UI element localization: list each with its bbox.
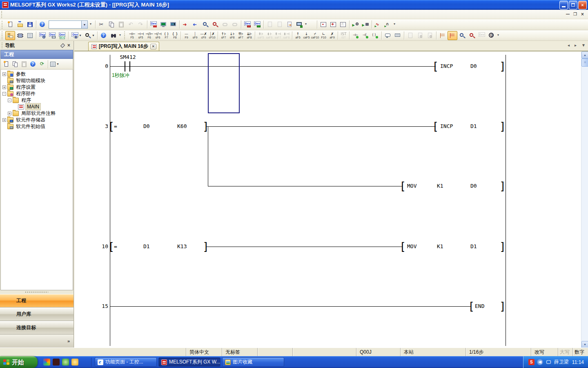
combo-field[interactable]: [49, 21, 81, 28]
menu-item[interactable]: [24, 10, 31, 18]
vertical-scrollbar[interactable]: ▲ ▼: [581, 52, 588, 348]
zoom-find-red-button[interactable]: [467, 31, 477, 40]
instruction-name[interactable]: INCP: [440, 123, 453, 130]
lad-pulse-dn-button[interactable]: ↓⊦sF8: [228, 31, 236, 40]
new-button[interactable]: [5, 20, 15, 29]
doc-edit-button[interactable]: [275, 20, 285, 29]
nav-copy-button[interactable]: [11, 60, 20, 68]
tree-expander-icon[interactable]: -: [8, 99, 11, 102]
tab-list-icon[interactable]: ▼: [581, 43, 586, 47]
menu-item[interactable]: [38, 10, 44, 18]
instruction-name[interactable]: MOV: [407, 243, 416, 250]
doc-gray-button[interactable]: [265, 20, 275, 29]
scrollbar-thumb[interactable]: [581, 58, 588, 67]
contact-device[interactable]: SM412: [114, 54, 142, 61]
tab-scroll-left-icon[interactable]: ◂: [568, 43, 570, 47]
graph-b-button[interactable]: [328, 20, 338, 29]
instruction-arg[interactable]: D1: [470, 123, 477, 130]
graph-c-button[interactable]: [338, 20, 348, 29]
tree-expander-icon[interactable]: +: [2, 85, 6, 89]
devinit-button[interactable]: 软元件初始值: [1, 123, 73, 130]
open-button[interactable]: [15, 20, 25, 29]
compare-op[interactable]: =: [114, 243, 117, 250]
find-dev-button[interactable]: [200, 20, 210, 29]
compare-arg1[interactable]: D1: [143, 243, 150, 250]
ladder-editor[interactable]: 0 SM412 1秒脉冲 [ INCP D0 ] 3 [ = D0 K60 ] …: [74, 51, 588, 348]
bat-button[interactable]: [53, 359, 60, 366]
binoculars-button[interactable]: [109, 31, 118, 40]
lad-branch-button[interactable]: ∟F10: [319, 31, 328, 40]
menu-item[interactable]: [70, 10, 77, 18]
lad-edge-dn-button[interactable]: ↓caF5: [302, 31, 311, 40]
toolbar-overflow-button[interactable]: [393, 20, 398, 29]
lad-pulse-up4-button[interactable]: ⇞⊣saF7: [274, 31, 282, 40]
menu-item[interactable]: [51, 10, 57, 18]
doc-find-button[interactable]: [415, 31, 425, 40]
instruction-arg[interactable]: K1: [437, 243, 443, 250]
green-orb-button[interactable]: [62, 359, 69, 366]
edit-green1-button[interactable]: [351, 31, 361, 40]
lad-ist-button[interactable]: ISTIST: [339, 31, 348, 40]
parts-button[interactable]: - 程序部件: [1, 90, 73, 97]
cross-find-button[interactable]: [83, 31, 96, 40]
pictures-button[interactable]: 图片收藏: [222, 357, 284, 367]
list-view-button[interactable]: [25, 31, 35, 40]
toolbar-overflow-button[interactable]: [497, 31, 501, 40]
tab-close-icon[interactable]: ×: [150, 44, 156, 49]
gold-orb-button[interactable]: [71, 359, 78, 366]
nav-refresh-button[interactable]: ⟳: [38, 60, 47, 68]
dev-red-button[interactable]: [243, 20, 252, 29]
contact-bar[interactable]: [129, 61, 130, 72]
mdi-restore-button[interactable]: ❐: [572, 11, 578, 17]
progset-button[interactable]: + 程序设置: [1, 84, 73, 90]
tree-param-button[interactable]: [438, 31, 448, 40]
copy-button[interactable]: [107, 20, 116, 29]
doc-arrow-button[interactable]: [285, 20, 294, 29]
menu-item[interactable]: [5, 10, 11, 18]
paste-button[interactable]: [116, 20, 126, 29]
sogou-tray-icon[interactable]: S: [528, 359, 535, 365]
compare-arg1[interactable]: D0: [143, 123, 150, 130]
close-button[interactable]: ×: [578, 1, 587, 9]
watch-go-button[interactable]: [361, 20, 370, 29]
menu-item[interactable]: [44, 10, 51, 18]
doc-find2-button[interactable]: [425, 31, 435, 40]
nb-lib-button[interactable]: 用户库: [0, 307, 74, 321]
instruction-name[interactable]: INCP: [440, 63, 453, 70]
edit-green3-button[interactable]: [370, 31, 380, 40]
lad-nc-p-button[interactable]: ⊣/⊣sF6: [154, 31, 162, 40]
toolbar-overflow-button[interactable]: [118, 31, 123, 40]
nav-tree-button[interactable]: [5, 31, 15, 40]
find-red-button[interactable]: [210, 20, 220, 29]
nav-paste-button[interactable]: [20, 60, 29, 68]
ie-button[interactable]: 功能页面 - 工控...: [95, 357, 157, 367]
menu-item[interactable]: [18, 10, 24, 18]
dev-find-button[interactable]: [38, 31, 47, 40]
edit-green2-button[interactable]: [361, 31, 370, 40]
menu-item[interactable]: [11, 10, 18, 18]
pin-icon[interactable]: [60, 43, 66, 48]
toolbar-overflow-button[interactable]: [89, 20, 94, 29]
instruction-arg[interactable]: K1: [437, 183, 443, 189]
help-button[interactable]: [38, 20, 47, 29]
menu-item[interactable]: [57, 10, 64, 18]
help-button[interactable]: [99, 31, 109, 40]
restore-button[interactable]: [569, 1, 577, 9]
instruction-arg[interactable]: D0: [470, 63, 477, 70]
nav-info-button[interactable]: [29, 60, 38, 68]
lad-del-v-button[interactable]: ⏐✗cF10: [208, 31, 216, 40]
scroll-up-icon[interactable]: ▲: [581, 52, 588, 58]
folder-button[interactable]: - 程序: [1, 97, 73, 103]
tree-expander-icon[interactable]: +: [2, 72, 6, 76]
link-gray2-button[interactable]: [230, 20, 240, 29]
ime-tray-icon[interactable]: ◀: [537, 359, 543, 365]
lad-pulse-dn3-button[interactable]: ⇟⊦saF6: [265, 31, 274, 40]
volume-icon[interactable]: 🖵: [546, 359, 552, 365]
lad-edge-up-button[interactable]: ↑aF5: [294, 31, 302, 40]
lad-pulse-dn2-button[interactable]: ⇊⊦aF8: [245, 31, 254, 40]
s-logo-button[interactable]: [43, 359, 50, 366]
dev-gray-button[interactable]: [477, 31, 487, 40]
lad-v-button[interactable]: ⏐sF9: [191, 31, 199, 40]
zoom-find-button[interactable]: [457, 31, 467, 40]
minimize-button[interactable]: [559, 1, 568, 9]
